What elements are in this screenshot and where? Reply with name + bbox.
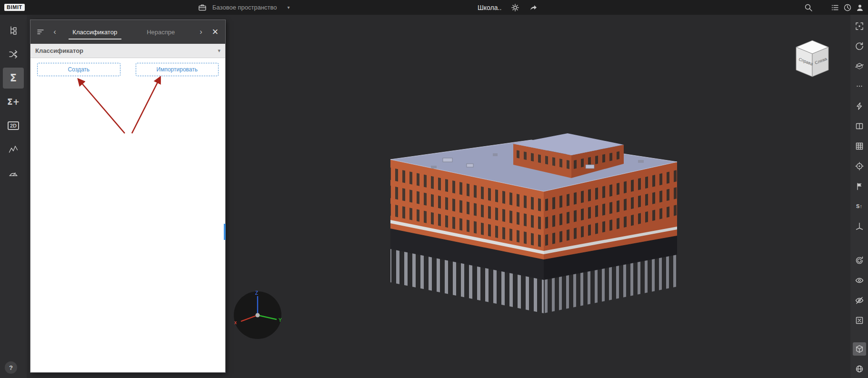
- section-tool[interactable]: [853, 60, 866, 73]
- share-icon[interactable]: [527, 1, 539, 14]
- focus-tool[interactable]: [853, 159, 866, 173]
- topbar: BIMIT Базовое пространство ▾ Школа..: [0, 0, 868, 15]
- chevron-down-icon: ▾: [288, 5, 290, 10]
- navigation-cube[interactable]: Справа Слева: [792, 36, 832, 80]
- sidebar-item-2d-view[interactable]: 2D: [3, 115, 24, 136]
- waveform-icon: [8, 144, 19, 155]
- rotate-tool[interactable]: [853, 254, 866, 267]
- right-toolbar: S↑: [850, 15, 868, 378]
- world-tool[interactable]: [853, 362, 866, 376]
- project-group: Школа..: [478, 0, 539, 15]
- flag-tool[interactable]: [853, 179, 866, 193]
- sigma-icon: Σ: [10, 72, 17, 84]
- workspace-group: Базовое пространство ▾: [196, 0, 290, 15]
- target-icon: [855, 162, 864, 170]
- lightning-icon: [855, 102, 864, 110]
- briefcase-icon[interactable]: [196, 1, 209, 14]
- y-axis-label: Y: [279, 318, 282, 323]
- app-root: BIMIT Базовое пространство ▾ Школа..: [0, 0, 868, 378]
- 2d-icon: 2D: [8, 121, 19, 130]
- cube-view-tool[interactable]: [853, 342, 866, 356]
- close-box-icon: [855, 316, 864, 325]
- split-view-icon: [855, 122, 864, 130]
- panel-body: [30, 76, 225, 372]
- tab-classifier[interactable]: Классификатор: [62, 20, 128, 44]
- shuffle-icon: [8, 49, 19, 60]
- show-tool[interactable]: [853, 274, 866, 287]
- tabs-prev-button[interactable]: ‹: [48, 25, 62, 39]
- tabs-next-button[interactable]: ›: [194, 25, 208, 39]
- hide-tool[interactable]: [853, 294, 866, 307]
- sidebar-item-relations[interactable]: [3, 44, 24, 65]
- more-tools[interactable]: [853, 80, 866, 93]
- eye-off-icon: [855, 296, 864, 305]
- building-model: [386, 133, 681, 343]
- menu-lines-icon: [36, 28, 45, 36]
- left-sidebar: Σ Σ+ 2D: [0, 15, 27, 378]
- sort-tool[interactable]: S↑: [853, 199, 866, 213]
- measure-tool[interactable]: [853, 99, 866, 113]
- search-icon[interactable]: [802, 1, 815, 14]
- select-tool[interactable]: [853, 20, 866, 33]
- panel-scrollbar[interactable]: [224, 224, 226, 240]
- classifier-dropdown[interactable]: Классификатор ▾: [30, 44, 225, 58]
- list-icon-glyph: [831, 3, 839, 12]
- more-dots-icon: [855, 82, 864, 90]
- history-icon[interactable]: [841, 1, 854, 14]
- isolate-tool[interactable]: [853, 314, 866, 327]
- topbar-right-group: [802, 0, 866, 15]
- gizmo-origin: [256, 313, 260, 318]
- globe-icon: [855, 365, 864, 373]
- axes-icon: [855, 222, 864, 230]
- search-icon-glyph: [804, 3, 813, 12]
- grid-icon: [855, 142, 864, 150]
- gauge-icon: [8, 168, 19, 179]
- sort-icon: S↑: [856, 203, 862, 209]
- list-icon[interactable]: [829, 1, 841, 14]
- briefcase-icon-glyph: [198, 3, 207, 12]
- grid-tool[interactable]: [853, 139, 866, 153]
- sidebar-item-dashboard[interactable]: [3, 163, 24, 184]
- cube-icon: [855, 345, 864, 353]
- x-axis-label: x: [234, 320, 237, 325]
- panel-menu-button[interactable]: [33, 25, 48, 39]
- sigma-plus-icon: Σ+: [7, 97, 20, 107]
- eye-icon: [855, 276, 864, 285]
- rotate-object-icon: [855, 256, 864, 265]
- help-button[interactable]: ?: [5, 361, 17, 374]
- classifier-dropdown-value: Классификатор: [35, 47, 218, 54]
- bimit-logo: BIMIT: [4, 4, 25, 11]
- orbit-icon: [855, 42, 864, 50]
- sidebar-item-classifier-add[interactable]: Σ+: [3, 91, 24, 112]
- project-title: Школа..: [478, 4, 501, 11]
- panel-actions: Создать Импортировать: [30, 58, 225, 76]
- user-icon[interactable]: [854, 1, 866, 14]
- classifier-panel: ‹ Классификатор Нераспре › × Классификат…: [30, 20, 225, 372]
- workspace-selector[interactable]: Базовое пространство ▾: [212, 4, 290, 11]
- coordinates-tool[interactable]: [853, 219, 866, 233]
- user-icon-glyph: [856, 3, 864, 12]
- history-icon-glyph: [843, 3, 852, 12]
- axis-gizmo[interactable]: Z Y x: [231, 289, 284, 341]
- compare-tool[interactable]: [853, 119, 866, 133]
- tab-unallocated[interactable]: Нераспре: [128, 20, 194, 44]
- settings-gear-icon[interactable]: [509, 1, 521, 14]
- share-icon-glyph: [529, 3, 538, 12]
- flag-icon: [855, 182, 864, 190]
- chevron-down-icon: ▾: [218, 48, 220, 54]
- sidebar-item-charts[interactable]: [3, 139, 24, 160]
- section-box-icon: [855, 62, 864, 70]
- sidebar-item-classifier[interactable]: Σ: [3, 68, 24, 89]
- gear-icon-glyph: [511, 3, 519, 12]
- select-frame-icon: [855, 22, 864, 30]
- close-icon[interactable]: ×: [208, 25, 222, 39]
- model-tree-icon: [8, 25, 19, 36]
- z-axis-label: Z: [255, 290, 258, 296]
- workspace-label: Базовое пространство: [212, 4, 277, 11]
- import-button[interactable]: Импортировать: [136, 63, 219, 76]
- orbit-tool[interactable]: [853, 40, 866, 53]
- create-button[interactable]: Создать: [37, 63, 120, 76]
- sidebar-item-model-tree[interactable]: [3, 20, 24, 41]
- panel-header: ‹ Классификатор Нераспре › ×: [30, 20, 225, 44]
- panel-tabs: Классификатор Нераспре: [62, 20, 194, 44]
